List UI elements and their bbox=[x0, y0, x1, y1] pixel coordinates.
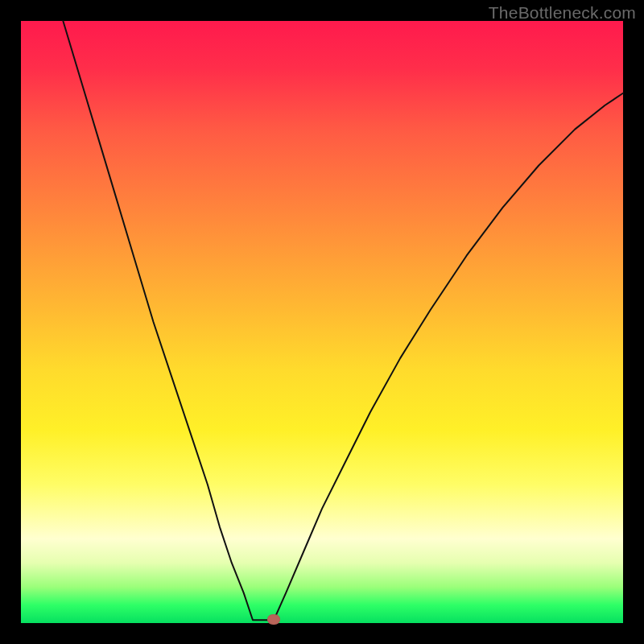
chart-frame: TheBottleneck.com bbox=[0, 0, 644, 644]
optimum-marker bbox=[267, 614, 280, 625]
watermark-text: TheBottleneck.com bbox=[489, 3, 636, 23]
bottleneck-curve bbox=[21, 21, 623, 623]
plot-area bbox=[21, 21, 623, 623]
